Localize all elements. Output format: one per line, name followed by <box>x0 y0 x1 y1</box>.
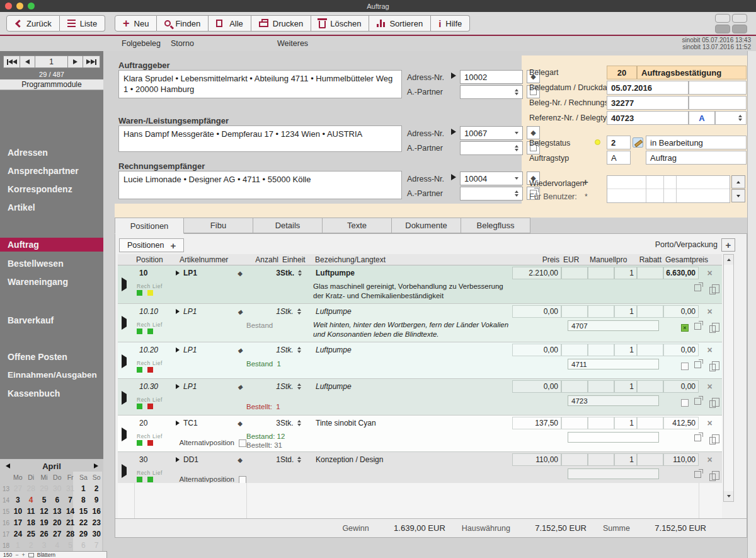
manuell-field[interactable] <box>568 432 659 443</box>
calendar-day[interactable]: 3 <box>11 496 25 504</box>
unchecked-checkbox[interactable] <box>681 399 689 407</box>
help-button[interactable]: i Hilfe <box>431 15 470 32</box>
tab-belegfluss[interactable]: Belegfluss <box>461 218 530 233</box>
calendar-day[interactable]: 21 <box>64 518 77 527</box>
sidebar-item-bestellwesen[interactable]: Bestellwesen <box>0 259 103 269</box>
calendar-day[interactable]: 20 <box>50 518 64 527</box>
delete-row-icon[interactable]: × <box>699 345 721 355</box>
window-control-button[interactable] <box>732 14 747 23</box>
sidebar-item-ansprechpartner[interactable]: Ansprechpartner <box>0 166 103 176</box>
sidebar-item-einnahmen-ausgaben[interactable]: Einnahmen/Ausgaben <box>0 370 103 380</box>
sidebar-item-wareneingang[interactable]: Wareneingang <box>0 277 103 287</box>
manuell-field[interactable] <box>568 468 659 479</box>
delete-row-icon[interactable]: × <box>699 268 721 278</box>
adress-nr-arrow-icon[interactable] <box>451 73 456 79</box>
calendar-day[interactable]: 4 <box>25 496 38 504</box>
open-position-icon[interactable] <box>694 471 701 478</box>
weiteres-button[interactable]: Weiteres <box>277 39 308 48</box>
back-button[interactable]: Zurück <box>6 15 60 32</box>
sidebar-item-korrespondenz[interactable]: Korrespondenz <box>0 184 103 194</box>
partner-field-3[interactable] <box>460 187 523 201</box>
calendar-prev-icon[interactable] <box>0 463 15 468</box>
all-button[interactable]: Alle <box>209 15 251 32</box>
close-icon[interactable] <box>5 3 12 9</box>
article-arrow-icon[interactable] <box>176 270 180 276</box>
calendar-day[interactable]: 3 <box>38 541 51 550</box>
referenznr-field[interactable]: 40723 <box>607 111 689 125</box>
calendar-day[interactable]: 28 <box>25 484 38 493</box>
adress-nr-field-3[interactable]: 10004 <box>460 171 523 185</box>
calendar-day[interactable]: 24 <box>11 530 25 538</box>
calendar-day[interactable]: 7 <box>90 541 103 550</box>
qty-stepper[interactable] <box>297 308 301 315</box>
new-button[interactable]: + Neu <box>115 15 157 32</box>
tab-texte[interactable]: Texte <box>323 218 392 233</box>
row-expander-icon[interactable] <box>122 354 127 368</box>
qty-stepper[interactable] <box>297 420 301 426</box>
row-expander-icon[interactable] <box>122 464 127 478</box>
calendar-day[interactable]: 28 <box>64 530 77 538</box>
sidebar-item-auftrag[interactable]: Auftrag <box>0 238 103 252</box>
scroll-down-icon[interactable] <box>724 491 733 501</box>
qty-stepper[interactable] <box>297 456 301 463</box>
auftragstyp-code[interactable]: A <box>607 151 631 165</box>
unchecked-checkbox[interactable] <box>681 363 689 370</box>
delete-row-icon[interactable]: × <box>699 418 721 428</box>
row-expander-icon[interactable] <box>122 391 127 405</box>
belegtyp-field[interactable]: A <box>689 111 715 125</box>
table-scrollbar[interactable] <box>723 254 734 502</box>
calendar-day[interactable]: 5 <box>64 541 77 550</box>
calendar-day[interactable]: 26 <box>38 530 51 538</box>
calendar-day[interactable]: 15 <box>77 507 90 516</box>
first-record-button[interactable] <box>3 55 20 68</box>
calendar-day[interactable]: 2 <box>25 541 38 550</box>
minimize-icon[interactable] <box>16 3 23 9</box>
record-number-input[interactable]: 1 <box>35 55 68 68</box>
checked-checkbox[interactable]: × <box>681 324 689 332</box>
wiedervorlagen-grid[interactable] <box>607 175 730 203</box>
previous-record-button[interactable] <box>20 55 35 68</box>
copy-position-icon[interactable] <box>709 287 716 294</box>
storno-button[interactable]: Storno <box>171 39 194 48</box>
folgebeleg-button[interactable]: Folgebeleg <box>122 39 161 48</box>
calendar-day[interactable]: 1 <box>11 541 25 550</box>
calendar-day[interactable]: 29 <box>38 484 51 493</box>
calendar-day[interactable]: 22 <box>77 518 90 527</box>
last-record-button[interactable] <box>83 55 100 68</box>
tab-positionen[interactable]: Positionen <box>115 218 184 234</box>
calendar-day[interactable]: 27 <box>11 484 25 493</box>
calendar-day[interactable]: 17 <box>11 518 25 527</box>
partner-field-1[interactable] <box>460 85 523 99</box>
diamond-icon[interactable]: ◆ <box>238 270 243 277</box>
adress-nr-field-2[interactable]: 10067 <box>460 126 523 140</box>
note-pencil-icon[interactable] <box>633 137 643 148</box>
print-button[interactable]: Drucken <box>251 15 311 32</box>
window-control-button[interactable] <box>715 25 730 33</box>
sidebar-item-kassenbuch[interactable]: Kassenbuch <box>0 388 103 398</box>
add-position-icon[interactable]: + <box>170 240 176 251</box>
tab-fibu[interactable]: Fibu <box>184 218 253 233</box>
scroll-up-icon[interactable] <box>724 255 733 265</box>
open-position-icon[interactable] <box>694 284 701 291</box>
alternativ-checkbox[interactable] <box>239 476 246 484</box>
calendar-day[interactable]: 30 <box>50 484 64 493</box>
adress-nr-field-1[interactable]: 10002 <box>460 70 523 84</box>
adress-nr-arrow-icon[interactable] <box>451 174 456 180</box>
belegstatus-code[interactable]: 2 <box>607 136 631 149</box>
position-row[interactable]: 10.20 LP1◆ 1 Stk. Luftpumpe 0,00 1 0,00 … <box>118 342 722 379</box>
calendar-day[interactable]: 18 <box>25 518 38 527</box>
position-row[interactable]: 10 LP1◆ 3 Stk. Luftpumpe 2.210,00 1 6.63… <box>118 265 722 304</box>
wiedervorlagen-add-icon[interactable]: + <box>583 177 588 187</box>
sidebar-item-artikel[interactable]: Artikel <box>0 202 103 212</box>
druckdatum-field[interactable] <box>689 81 747 95</box>
zoom-icon[interactable] <box>28 3 35 9</box>
qty-stepper[interactable] <box>298 270 302 276</box>
calendar-day[interactable]: 19 <box>38 518 51 527</box>
find-button[interactable]: Finden <box>157 15 209 32</box>
zoom-in-icon[interactable]: + <box>21 552 25 557</box>
delete-row-icon[interactable]: × <box>699 455 721 465</box>
open-position-icon[interactable] <box>694 398 701 405</box>
calendar-day[interactable]: 31 <box>64 484 77 493</box>
copy-position-icon[interactable] <box>709 400 716 408</box>
adress-diamond-button-2[interactable]: ◆ <box>527 126 540 139</box>
